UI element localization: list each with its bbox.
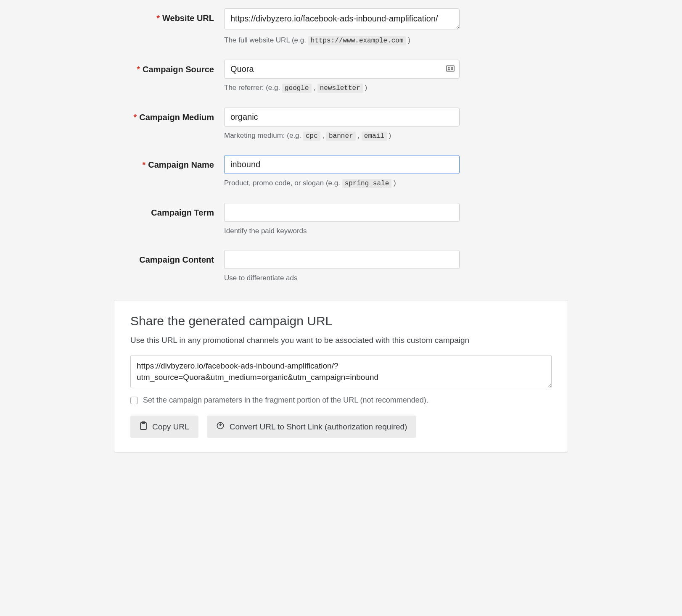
label-campaign-name: *Campaign Name <box>114 155 224 170</box>
share-title: Share the generated campaign URL <box>130 314 552 328</box>
svg-point-1 <box>448 67 450 68</box>
share-subtitle: Use this URL in any promotional channels… <box>130 336 552 345</box>
code-example: spring_sale <box>342 179 392 188</box>
required-asterisk: * <box>137 65 140 74</box>
campaign-term-input[interactable] <box>224 203 460 222</box>
label-campaign-medium: *Campaign Medium <box>114 108 224 122</box>
help-campaign-medium: Marketing medium: (e.g. cpc , banner , e… <box>224 131 460 141</box>
shorten-url-button[interactable]: Convert URL to Short Link (authorization… <box>207 416 417 438</box>
row-campaign-term: Campaign Term Identify the paid keywords <box>114 203 568 236</box>
code-example: google <box>282 84 312 93</box>
contact-card-icon <box>446 65 455 74</box>
code-example: newsletter <box>317 84 363 93</box>
fragment-checkbox-row[interactable]: Set the campaign parameters in the fragm… <box>130 396 552 405</box>
label-website-url: *Website URL <box>114 8 224 23</box>
code-example: https://www.example.com <box>308 36 406 45</box>
label-campaign-content: Campaign Content <box>114 250 224 265</box>
row-campaign-source: *Campaign Source The referrer: (e. <box>114 60 568 93</box>
required-asterisk: * <box>142 160 145 169</box>
code-example: cpc <box>303 132 320 141</box>
input-col-campaign-source: The referrer: (e.g. google , newsletter … <box>224 60 460 93</box>
row-campaign-medium: *Campaign Medium Marketing medium: (e.g.… <box>114 108 568 141</box>
input-col-website-url: https://divbyzero.io/facebook-ads-inboun… <box>224 8 460 45</box>
campaign-url-builder: *Website URL https://divbyzero.io/facebo… <box>114 8 568 453</box>
code-example: email <box>362 132 387 141</box>
website-url-input[interactable]: https://divbyzero.io/facebook-ads-inboun… <box>224 8 460 29</box>
label-text: Campaign Content <box>139 255 214 264</box>
fragment-checkbox[interactable] <box>130 397 138 404</box>
help-campaign-term: Identify the paid keywords <box>224 226 460 236</box>
label-campaign-source: *Campaign Source <box>114 60 224 74</box>
help-campaign-name: Product, promo code, or slogan (e.g. spr… <box>224 178 460 188</box>
link-convert-icon <box>216 421 225 432</box>
input-col-campaign-medium: Marketing medium: (e.g. cpc , banner , e… <box>224 108 460 141</box>
copy-url-label: Copy URL <box>152 422 189 432</box>
label-text: Campaign Source <box>143 65 214 74</box>
campaign-source-input[interactable] <box>224 60 460 79</box>
help-campaign-source: The referrer: (e.g. google , newsletter … <box>224 83 460 93</box>
fragment-checkbox-label: Set the campaign parameters in the fragm… <box>143 396 428 405</box>
input-col-campaign-name: Product, promo code, or slogan (e.g. spr… <box>224 155 460 188</box>
generated-url-output[interactable]: https://divbyzero.io/facebook-ads-inboun… <box>130 355 552 388</box>
label-campaign-term: Campaign Term <box>114 203 224 218</box>
button-row: Copy URL Convert URL to Short Link (auth… <box>130 416 552 438</box>
help-campaign-content: Use to differentiate ads <box>224 273 460 283</box>
label-text: Campaign Name <box>148 160 214 169</box>
campaign-medium-input[interactable] <box>224 108 460 126</box>
help-website-url: The full website URL (e.g. https://www.e… <box>224 35 460 45</box>
clipboard-icon <box>140 421 147 432</box>
code-example: banner <box>326 132 356 141</box>
required-asterisk: * <box>133 113 137 122</box>
row-campaign-name: *Campaign Name Product, promo code, or s… <box>114 155 568 188</box>
label-text: Campaign Medium <box>139 113 214 122</box>
share-panel: Share the generated campaign URL Use thi… <box>114 300 568 453</box>
campaign-content-input[interactable] <box>224 250 460 269</box>
input-col-campaign-term: Identify the paid keywords <box>224 203 460 236</box>
row-campaign-content: Campaign Content Use to differentiate ad… <box>114 250 568 283</box>
required-asterisk: * <box>156 13 160 23</box>
shorten-url-label: Convert URL to Short Link (authorization… <box>230 422 407 432</box>
campaign-name-input[interactable] <box>224 155 460 174</box>
input-col-campaign-content: Use to differentiate ads <box>224 250 460 283</box>
label-text: Website URL <box>162 13 214 23</box>
copy-url-button[interactable]: Copy URL <box>130 416 198 438</box>
label-text: Campaign Term <box>151 208 214 217</box>
row-website-url: *Website URL https://divbyzero.io/facebo… <box>114 8 568 45</box>
